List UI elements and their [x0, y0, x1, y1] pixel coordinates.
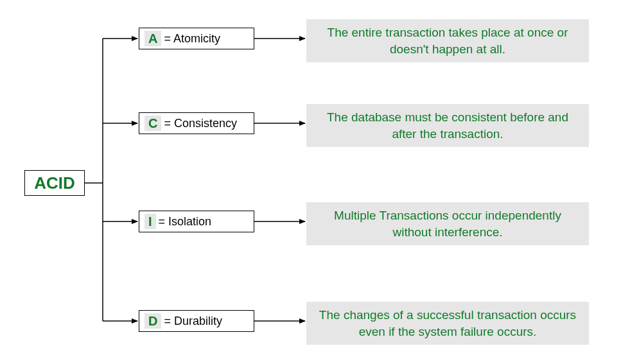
- equals-text: = Durability: [164, 315, 222, 328]
- equals-text: = Consistency: [164, 117, 237, 130]
- desc-durability: The changes of a successful transaction …: [306, 302, 589, 345]
- node-isolation: I = Isolation: [139, 211, 254, 232]
- word-isolation: Isolation: [168, 215, 211, 228]
- node-durability: D = Durability: [139, 310, 254, 332]
- letter-badge: D: [144, 313, 161, 329]
- word-durability: Durability: [174, 315, 222, 327]
- word-atomicity: Atomicity: [173, 32, 220, 45]
- root-node: ACID: [24, 170, 85, 196]
- node-consistency: C = Consistency: [139, 112, 254, 134]
- letter-badge: I: [144, 214, 156, 229]
- word-consistency: Consistency: [174, 117, 237, 130]
- letter-badge: A: [144, 31, 161, 46]
- equals-text: = Isolation: [159, 215, 212, 229]
- letter-badge: C: [144, 116, 161, 131]
- node-atomicity: A = Atomicity: [139, 28, 254, 49]
- equals-text: = Atomicity: [164, 32, 220, 46]
- desc-isolation: Multiple Transactions occur independentl…: [306, 202, 589, 245]
- desc-atomicity: The entire transaction takes place at on…: [306, 19, 589, 62]
- desc-consistency: The database must be consistent before a…: [306, 104, 589, 147]
